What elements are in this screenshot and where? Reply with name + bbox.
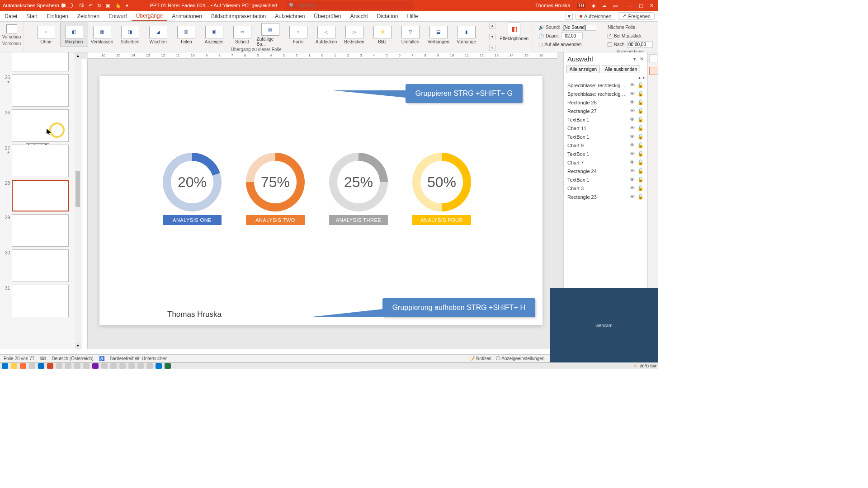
toggle-icon[interactable] xyxy=(61,3,73,8)
eye-icon[interactable]: 👁 xyxy=(630,82,635,88)
transition-verhängen[interactable]: ⬓Verhängen xyxy=(425,23,453,47)
effect-options-button[interactable]: ◧ Effektoptionen xyxy=(500,23,528,41)
onenote-icon[interactable] xyxy=(92,363,99,369)
after-checkbox[interactable] xyxy=(608,42,612,47)
redo-icon[interactable]: ↻ xyxy=(97,3,101,9)
user-badge[interactable]: TH xyxy=(577,3,585,8)
sidetab-1[interactable] xyxy=(649,54,657,62)
transition-wischen[interactable]: ◢Wischen xyxy=(144,23,172,47)
lock-icon[interactable]: 🔓 xyxy=(637,142,644,148)
lock-icon[interactable]: 🔓 xyxy=(637,108,644,114)
selection-item[interactable]: Rectangle 23👁🔓 xyxy=(566,192,646,201)
eye-icon[interactable]: 👁 xyxy=(630,134,635,140)
eye-icon[interactable]: 👁 xyxy=(630,160,635,165)
tab-datei[interactable]: Datei xyxy=(0,11,22,21)
window-icon[interactable]: ▭ xyxy=(613,3,618,9)
transition-umfallen[interactable]: ▽Umfallen xyxy=(396,23,425,47)
edge-icon[interactable] xyxy=(156,363,162,369)
duration-input[interactable] xyxy=(561,33,583,39)
notes-button[interactable]: 📝 Notizen xyxy=(469,356,491,361)
sync-icon[interactable]: ◈ xyxy=(592,3,595,9)
scroll-up-icon[interactable]: ▴ xyxy=(75,52,81,59)
lock-icon[interactable]: 🔓 xyxy=(637,194,644,200)
record-button[interactable]: Aufzeichnen xyxy=(576,13,616,20)
app-icon[interactable] xyxy=(65,363,71,369)
language-label[interactable]: Deutsch (Österreich) xyxy=(52,356,93,361)
thumb-scrollbar[interactable]: ▴ ▾ xyxy=(75,52,81,349)
tab-animationen[interactable]: Animationen xyxy=(167,11,207,21)
weather-text[interactable]: 20°C Sor xyxy=(640,364,656,368)
slide-canvas[interactable]: 1615141312111098765432101234567891011121… xyxy=(81,52,563,349)
scroll-thumb[interactable] xyxy=(75,171,80,207)
lock-icon[interactable]: 🔓 xyxy=(637,82,644,88)
selection-item[interactable]: TextBox 1👁🔓 xyxy=(566,150,646,158)
callout-group[interactable]: Gruppieren STRG +SHIFT+ G xyxy=(406,84,523,103)
app-icon[interactable] xyxy=(56,363,62,369)
selection-item[interactable]: Sprechblase: rechteckig m...👁🔓 xyxy=(566,81,646,89)
eye-icon[interactable]: 👁 xyxy=(630,194,635,200)
move-down-icon[interactable]: ▾ xyxy=(642,75,645,80)
selection-item[interactable]: TextBox 1👁🔓 xyxy=(566,115,646,124)
app-icon[interactable] xyxy=(119,363,126,369)
present-icon[interactable]: ▣ xyxy=(106,3,110,9)
share-button[interactable]: ↗Freigeben xyxy=(618,12,655,20)
thumbnail-26[interactable]: 26[Kein Titel] xyxy=(2,109,73,142)
selection-item[interactable]: TextBox 1👁🔓 xyxy=(566,175,646,184)
lock-icon[interactable]: 🔓 xyxy=(637,117,644,122)
save-icon[interactable]: 🖫 xyxy=(79,3,84,8)
chrome-icon[interactable] xyxy=(29,363,35,369)
tab-start[interactable]: Start xyxy=(22,11,42,21)
powerpoint-icon[interactable] xyxy=(47,363,53,369)
show-all-button[interactable]: Alle anzeigen xyxy=(566,66,600,73)
lock-icon[interactable]: 🔓 xyxy=(637,134,644,140)
transition-bedecken[interactable]: ▷Bedecken xyxy=(340,23,368,47)
transition-ohne[interactable]: ▫Ohne xyxy=(32,23,60,47)
thumbnail-30[interactable]: 30 xyxy=(2,249,73,282)
selection-item[interactable]: TextBox 1👁🔓 xyxy=(566,132,646,141)
selection-item[interactable]: Rectangle 27👁🔓 xyxy=(566,107,646,115)
tab-zeichnen[interactable]: Zeichnen xyxy=(73,11,104,21)
callout-ungroup[interactable]: Gruppierung aufheben STRG +SHIFT+ H xyxy=(382,298,535,317)
document-title[interactable]: PPT 01 Roter Faden 004... • Auf "diesem … xyxy=(150,3,278,8)
tab-bildschirmpräsentation[interactable]: Bildschirmpräsentation xyxy=(207,11,270,21)
transition-anzeigen[interactable]: ▣Anzeigen xyxy=(200,23,228,47)
transition-blitz[interactable]: ⚡Blitz xyxy=(368,23,396,47)
eye-icon[interactable]: 👁 xyxy=(630,168,635,174)
donut-chart-3[interactable]: 25%ANALYSIS THREE xyxy=(329,153,388,225)
app-icon[interactable] xyxy=(128,363,135,369)
transition-verblassen[interactable]: ▦Verblassen xyxy=(88,23,116,47)
current-slide[interactable]: Gruppieren STRG +SHIFT+ G 20%ANALYSIS ON… xyxy=(99,76,542,325)
more-icon[interactable]: ▾ xyxy=(126,3,128,9)
accessibility-label[interactable]: Barrierefreiheit: Untersuchen xyxy=(110,356,168,361)
app-icon[interactable] xyxy=(146,363,153,369)
lock-icon[interactable]: 🔓 xyxy=(637,99,644,105)
thumbnail-28[interactable]: 28 xyxy=(2,180,73,211)
app-icon[interactable] xyxy=(74,363,80,369)
autosave-toggle[interactable]: Automatisches Speichern xyxy=(3,3,73,8)
gallery-scroll[interactable]: ▴▾▿ xyxy=(489,22,495,52)
collapse-ribbon-icon[interactable]: ▾ xyxy=(566,13,573,20)
tab-überprüfen[interactable]: Überprüfen xyxy=(309,11,345,21)
lock-icon[interactable]: 🔓 xyxy=(637,177,644,183)
transition-schieben[interactable]: ◨Schieben xyxy=(116,23,144,47)
lock-icon[interactable]: 🔓 xyxy=(637,160,644,165)
eye-icon[interactable]: 👁 xyxy=(630,99,635,105)
explorer-icon[interactable] xyxy=(11,363,17,369)
scroll-down-icon[interactable]: ▾ xyxy=(75,343,81,349)
tab-einfügen[interactable]: Einfügen xyxy=(42,11,72,21)
outlook-icon[interactable] xyxy=(38,363,44,369)
display-settings-button[interactable]: 🖵 Anzeigeeinstellungen xyxy=(496,356,544,361)
eye-icon[interactable]: 👁 xyxy=(630,117,635,122)
thumbnail-partial[interactable] xyxy=(2,52,73,71)
selection-item[interactable]: Chart 11👁🔓 xyxy=(566,124,646,132)
transition-morphen[interactable]: ◧Morphen xyxy=(60,23,88,47)
transition-teilen[interactable]: ▥Teilen xyxy=(172,23,200,47)
move-up-icon[interactable]: ▴ xyxy=(638,75,641,80)
hide-all-button[interactable]: Alle ausblenden xyxy=(602,66,640,73)
sound-select[interactable] xyxy=(562,24,596,31)
close-icon[interactable]: ✕ xyxy=(650,3,654,9)
transition-aufdecken[interactable]: ◁Aufdecken xyxy=(312,23,340,47)
start-icon[interactable] xyxy=(2,363,8,369)
thumbnail-29[interactable]: 29 xyxy=(2,214,73,247)
selection-item[interactable]: Chart 9👁🔓 xyxy=(566,141,646,150)
